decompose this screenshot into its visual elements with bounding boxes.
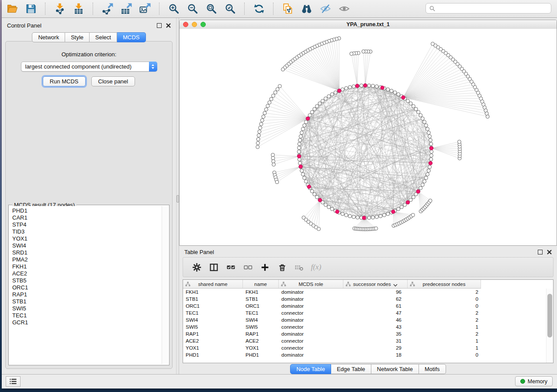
table-row[interactable]: YOX1YOX1connector291 — [183, 344, 547, 351]
cell-predecessor-nodes: 1 — [408, 337, 481, 344]
control-panel: Control Panel NetworkStyleSelectMCDS Opt… — [2, 18, 176, 375]
table-row[interactable]: SWI4SWI4dominator462 — [183, 316, 547, 323]
mcds-result-item[interactable]: STP4 — [12, 221, 162, 228]
mcds-result-item[interactable]: TEC1 — [12, 312, 162, 319]
table-row[interactable]: STB1STB1dominator620 — [183, 296, 547, 303]
table-mode-button[interactable] — [188, 259, 205, 275]
result-list-scrollbar[interactable] — [162, 206, 168, 364]
memory-button[interactable]: Memory — [515, 376, 553, 386]
column-header-shared-name[interactable]: shared name — [183, 280, 243, 288]
zoom-fit-button[interactable] — [204, 2, 219, 16]
unselect-all-columns-button[interactable] — [239, 259, 256, 275]
mcds-result-item[interactable]: SWI5 — [12, 305, 162, 312]
run-mcds-button[interactable]: Run MCDS — [43, 76, 86, 86]
optimization-criterion-select[interactable]: largest connected component (undirected) — [21, 62, 157, 72]
function-builder-icon: f(x) — [311, 263, 322, 272]
table-panel-title: Table Panel — [184, 249, 214, 255]
delete-columns-button[interactable] — [273, 259, 291, 275]
search-input[interactable] — [435, 4, 551, 12]
cell-name: PHD1 — [243, 351, 279, 358]
table-row[interactable]: SWI5SWI5connector431 — [183, 323, 547, 330]
tab-motifs[interactable]: Motifs — [419, 364, 446, 374]
mcds-result-item[interactable]: RAP1 — [12, 291, 162, 298]
zoom-out-button[interactable] — [185, 2, 201, 16]
cell-mcds-role: dominator — [279, 330, 343, 337]
table-row[interactable]: FKH1FKH1dominator962 — [183, 289, 547, 296]
mcds-result-item[interactable]: ORC1 — [12, 284, 162, 291]
search-box[interactable] — [426, 3, 551, 14]
table-row[interactable]: PHD1PHD1dominator180 — [183, 351, 547, 358]
tab-network[interactable]: Network — [32, 32, 65, 42]
cell-mcds-role: connector — [279, 323, 343, 330]
plus-icon — [260, 263, 270, 272]
network-canvas[interactable] — [180, 29, 557, 245]
table-row[interactable]: ACE2ACE2connector311 — [183, 337, 547, 344]
mcds-result-item[interactable]: SWI4 — [12, 242, 162, 249]
tab-mcds[interactable]: MCDS — [117, 32, 145, 42]
mcds-result-item[interactable]: PHD1 — [12, 207, 162, 214]
mcds-result-item[interactable]: CAR1 — [12, 214, 162, 221]
export-network-button[interactable] — [100, 2, 115, 16]
toolbar-separator — [45, 3, 46, 15]
import-network-button[interactable] — [52, 2, 68, 16]
mcds-result-item[interactable]: TID3 — [12, 228, 162, 235]
window-minimize-button[interactable] — [192, 22, 197, 27]
table-row[interactable]: TEC1TEC1connector472 — [183, 309, 547, 316]
cell-predecessor-nodes: 2 — [408, 330, 481, 337]
column-header-mcds-role[interactable]: MCDS role — [279, 280, 343, 288]
zoom-selected-button[interactable] — [222, 2, 238, 16]
cell-predecessor-nodes: 0 — [408, 303, 481, 309]
table-scrollbar[interactable] — [546, 289, 553, 363]
mcds-result-item[interactable]: STB5 — [12, 277, 162, 284]
import-table-button[interactable] — [71, 2, 86, 16]
table-row[interactable]: RAP1RAP1dominator352 — [183, 330, 547, 337]
column-header-successor-nodes[interactable]: successor nodes — [343, 280, 408, 288]
mcds-result-item[interactable]: SRD1 — [12, 249, 162, 256]
save-session-button[interactable] — [23, 2, 39, 16]
close-panel-button[interactable]: Close panel — [91, 76, 135, 86]
table-scrollbar-thumb[interactable] — [547, 294, 552, 337]
cell-successor-nodes: 43 — [343, 323, 408, 330]
column-header-predecessor-nodes[interactable]: predecessor nodes — [408, 280, 481, 288]
column-header-label: name — [254, 282, 267, 287]
mcds-result-item[interactable]: ACE2 — [12, 270, 162, 277]
window-close-button[interactable] — [183, 22, 188, 27]
mcds-result-item[interactable]: YOX1 — [12, 235, 162, 242]
hide-graphics-details-button[interactable] — [318, 2, 333, 16]
tab-node-table[interactable]: Node Table — [290, 364, 331, 374]
show-column-panel-button[interactable] — [205, 259, 222, 275]
mcds-result-list[interactable]: PHD1CAR1STP4TID3YOX1SWI4SRD1PMA2FKH1ACE2… — [10, 206, 162, 364]
mcds-result-item[interactable]: STB1 — [12, 298, 162, 305]
apply-function-button: f(x) — [308, 259, 325, 275]
table-row[interactable]: ORC1ORC1dominator610 — [183, 303, 547, 309]
export-image-button[interactable] — [137, 2, 153, 16]
control-panel-float-icon[interactable] — [157, 23, 162, 28]
open-file-button[interactable] — [4, 2, 20, 16]
control-panel-close-icon[interactable] — [166, 23, 171, 28]
show-graphics-details-button[interactable] — [336, 2, 352, 16]
zoom-in-icon — [168, 3, 180, 14]
create-column-button[interactable] — [256, 259, 273, 275]
tab-network-table[interactable]: Network Table — [371, 364, 419, 374]
tab-style[interactable]: Style — [65, 32, 90, 42]
task-history-button[interactable] — [6, 376, 21, 387]
refresh-view-button[interactable] — [251, 2, 267, 16]
export-table-button[interactable] — [118, 2, 134, 16]
select-all-columns-button[interactable] — [222, 259, 239, 275]
network-window-titlebar[interactable]: YPA_prune.txt_1 — [180, 20, 557, 29]
zoom-in-button[interactable] — [166, 2, 182, 16]
mcds-result-item[interactable]: FKH1 — [12, 263, 162, 270]
vertical-splitter[interactable] — [176, 18, 179, 375]
tab-edge-table[interactable]: Edge Table — [331, 364, 371, 374]
column-header-name[interactable]: name — [243, 280, 279, 288]
table-panel-close-icon[interactable] — [547, 250, 552, 254]
clone-network-button[interactable] — [280, 2, 296, 16]
window-zoom-button[interactable] — [201, 22, 206, 27]
cell-mcds-role: connector — [279, 344, 343, 351]
cell-name: SWI5 — [243, 323, 279, 330]
mcds-result-item[interactable]: PMA2 — [12, 256, 162, 263]
tab-select[interactable]: Select — [90, 32, 117, 42]
mcds-result-item[interactable]: GCR1 — [12, 319, 162, 326]
first-neighbors-button[interactable] — [299, 2, 315, 16]
table-panel-float-icon[interactable] — [538, 250, 543, 254]
